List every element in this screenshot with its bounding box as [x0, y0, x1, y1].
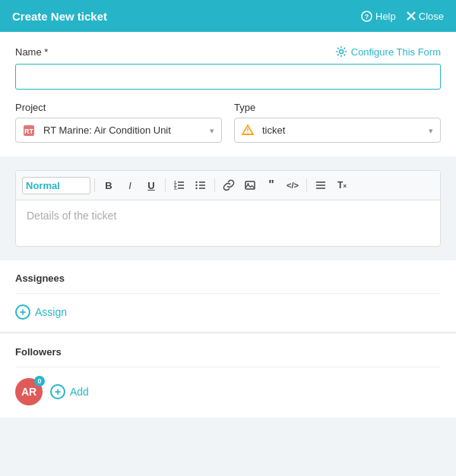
followers-title: Followers	[15, 346, 441, 358]
section-divider	[0, 332, 456, 333]
avatar-initials: AR	[21, 386, 36, 398]
add-follower-button[interactable]: + Add	[50, 384, 89, 399]
toolbar-sep-1	[94, 178, 95, 192]
svg-point-4	[339, 50, 343, 54]
svg-point-19	[195, 181, 197, 183]
link-button[interactable]	[219, 175, 239, 195]
type-select[interactable]: ticket	[234, 118, 441, 143]
align-button[interactable]	[311, 175, 331, 195]
unordered-list-button[interactable]	[191, 175, 211, 195]
project-field: Project RT RT Marine: Air Condition Unit…	[15, 102, 222, 143]
assignees-title: Assignees	[15, 273, 441, 284]
ordered-list-button[interactable]: 1.2.3.	[169, 175, 189, 195]
followers-section: Followers AR 0 + Add	[0, 334, 456, 418]
bold-button[interactable]: B	[99, 175, 119, 195]
assign-label: Assign	[35, 306, 67, 318]
svg-point-21	[195, 188, 197, 189]
toolbar-sep-3	[214, 178, 215, 192]
form-top: Name * Configure This Form Project RT	[0, 32, 456, 156]
editor-placeholder: Details of the ticket	[27, 210, 116, 222]
project-type-row: Project RT RT Marine: Air Condition Unit…	[15, 102, 441, 143]
header-actions: ? Help Close	[361, 11, 444, 22]
configure-link[interactable]: Configure This Form	[335, 46, 441, 58]
project-select-wrapper: RT RT Marine: Air Condition Unit ▾	[15, 118, 222, 143]
name-label: Name *	[15, 46, 48, 58]
help-label: Help	[375, 11, 396, 22]
code-button[interactable]: </>	[283, 175, 302, 195]
svg-text:3.: 3.	[174, 186, 178, 191]
type-field: Type ticket ▾	[234, 102, 441, 143]
gear-icon	[335, 46, 347, 58]
avatar[interactable]: AR 0	[15, 378, 43, 405]
editor-body[interactable]: Details of the ticket	[16, 200, 440, 246]
svg-point-20	[195, 184, 197, 186]
italic-button[interactable]: I	[120, 175, 140, 195]
followers-row: AR 0 + Add	[15, 378, 441, 405]
image-button[interactable]	[240, 175, 260, 195]
editor-section-wrapper: Normal Heading 1 Heading 2 B I U 1.2.3. …	[0, 156, 456, 251]
spacer-1	[0, 251, 456, 259]
page-title: Create New ticket	[12, 10, 107, 23]
svg-text:?: ?	[365, 13, 369, 20]
assign-button[interactable]: + Assign	[15, 304, 67, 320]
quote-button[interactable]: "	[261, 175, 281, 195]
svg-rect-22	[245, 181, 255, 189]
followers-divider	[15, 367, 441, 367]
format-select[interactable]: Normal Heading 1 Heading 2	[22, 177, 90, 194]
toolbar-sep-2	[165, 178, 166, 192]
close-button[interactable]: Close	[407, 11, 444, 22]
editor-toolbar: Normal Heading 1 Heading 2 B I U 1.2.3. …	[16, 171, 440, 200]
project-label: Project	[15, 102, 222, 113]
add-follower-plus-icon: +	[50, 384, 65, 399]
type-label: Type	[234, 102, 441, 113]
close-label: Close	[419, 11, 444, 22]
assign-plus-icon: +	[15, 304, 30, 320]
help-icon: ?	[361, 11, 372, 22]
project-select[interactable]: RT Marine: Air Condition Unit	[15, 118, 222, 143]
type-select-wrapper: ticket ▾	[234, 118, 441, 143]
assignees-divider	[15, 293, 441, 294]
underline-button[interactable]: U	[141, 175, 161, 195]
header: Create New ticket ? Help Close	[0, 0, 456, 32]
name-row: Name * Configure This Form	[15, 46, 441, 58]
clear-format-button[interactable]: Tx	[332, 175, 352, 195]
assignees-section: Assignees + Assign	[0, 260, 456, 332]
rich-text-editor: Normal Heading 1 Heading 2 B I U 1.2.3. …	[15, 170, 441, 247]
avatar-badge: 0	[34, 376, 45, 386]
help-button[interactable]: ? Help	[361, 11, 396, 22]
configure-label: Configure This Form	[351, 46, 441, 58]
name-input[interactable]	[15, 64, 441, 90]
toolbar-sep-4	[306, 178, 307, 192]
add-follower-label: Add	[70, 386, 89, 398]
close-icon	[407, 11, 416, 20]
